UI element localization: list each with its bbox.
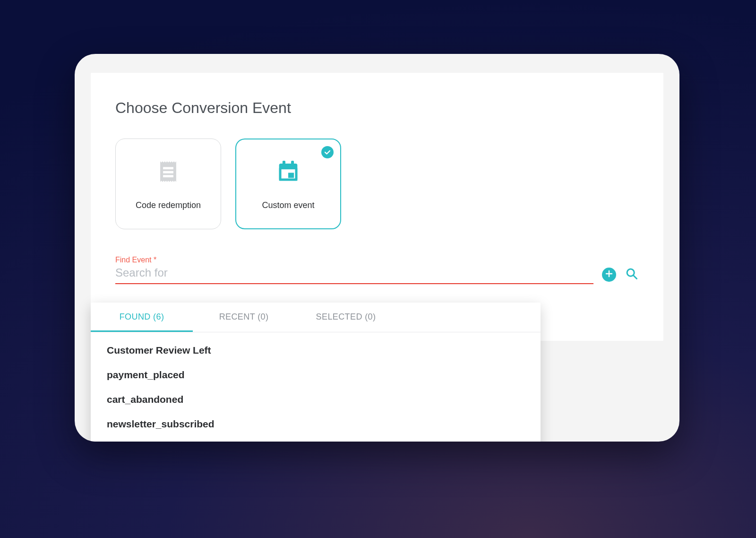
results-dropdown: FOUND (6) RECENT (0) SELECTED (0) Custom… <box>91 303 541 442</box>
svg-rect-7 <box>283 161 285 166</box>
check-icon <box>321 146 334 158</box>
find-event-field: Find Event * <box>115 256 639 284</box>
list-item[interactable]: cart_abandoned <box>91 387 541 412</box>
svg-rect-2 <box>163 175 173 177</box>
results-tabs: FOUND (6) RECENT (0) SELECTED (0) <box>91 303 541 332</box>
event-type-options: Code redemption Custom event <box>115 139 639 229</box>
calendar-icon <box>275 158 302 187</box>
option-label: Custom event <box>262 200 314 210</box>
option-label: Code redemption <box>136 200 201 210</box>
search-input[interactable] <box>115 265 593 284</box>
results-list: Customer Review Left payment_placed cart… <box>91 332 541 442</box>
option-custom-event[interactable]: Custom event <box>235 139 341 229</box>
list-item[interactable]: newsletter_subscribed <box>91 412 541 436</box>
list-item[interactable]: Customer Review Left <box>91 338 541 363</box>
input-row <box>115 265 639 284</box>
page-title: Choose Conversion Event <box>115 99 639 117</box>
main-panel: Choose Conversion Event Code redemption <box>91 73 663 341</box>
field-label: Find Event * <box>115 256 639 264</box>
svg-rect-0 <box>163 167 173 169</box>
tab-recent[interactable]: RECENT (0) <box>193 303 295 332</box>
search-icon <box>625 267 638 282</box>
svg-rect-8 <box>291 161 294 166</box>
list-item[interactable]: review_left <box>91 436 541 442</box>
receipt-icon <box>155 158 182 187</box>
tab-selected[interactable]: SELECTED (0) <box>295 303 397 332</box>
app-frame: Choose Conversion Event Code redemption <box>75 54 679 442</box>
list-item[interactable]: payment_placed <box>91 363 541 387</box>
svg-rect-6 <box>288 173 294 178</box>
plus-icon <box>605 270 613 279</box>
option-code-redemption[interactable]: Code redemption <box>115 139 221 229</box>
svg-rect-1 <box>163 171 173 173</box>
add-button[interactable] <box>602 268 616 282</box>
search-button[interactable] <box>625 268 639 282</box>
tab-found[interactable]: FOUND (6) <box>91 303 193 332</box>
